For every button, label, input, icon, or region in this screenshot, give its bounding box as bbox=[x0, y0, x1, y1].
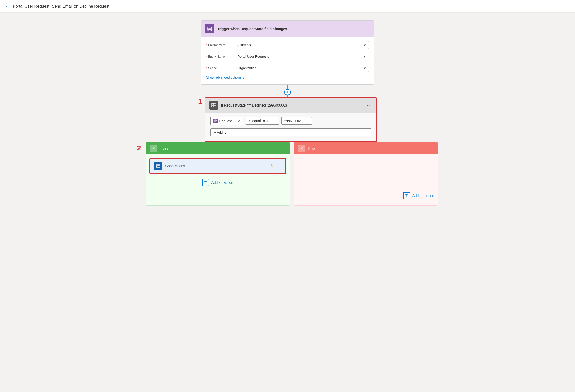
add-action-yes-label: Add an action bbox=[211, 180, 233, 185]
connections-label: Connections bbox=[165, 164, 266, 168]
condition-header-left: If RequestState == Declined (299600002) bbox=[209, 101, 287, 110]
svg-rect-3 bbox=[212, 106, 214, 107]
entity-dropdown[interactable]: Portal User Requests ∨ bbox=[235, 53, 369, 60]
warning-icon: ⚠ bbox=[269, 163, 273, 169]
environment-value: (Current) bbox=[238, 43, 251, 47]
branch-no-x-icon: ✕ bbox=[298, 145, 305, 152]
svg-rect-6 bbox=[156, 164, 160, 167]
condition-value: 299600002 bbox=[281, 117, 312, 125]
svg-rect-4 bbox=[214, 106, 216, 107]
branch-yes-header: ✓ If yes bbox=[146, 142, 290, 154]
branch-yes-label: If yes bbox=[160, 146, 168, 150]
condition-header: If RequestState == Declined (299600002) … bbox=[205, 98, 376, 113]
connector: + bbox=[284, 85, 291, 97]
trigger-block: Trigger when RequestState field changes … bbox=[201, 20, 374, 85]
connections-action[interactable]: Connections ⚠ ··· bbox=[149, 158, 286, 174]
advanced-options-chevron: ∨ bbox=[242, 75, 245, 79]
operator-text: is equal to bbox=[248, 119, 265, 123]
add-action-no-label: Add an action bbox=[412, 194, 434, 198]
step-number-1: 1 bbox=[198, 97, 202, 106]
environment-chevron: ∨ bbox=[364, 43, 366, 47]
add-action-yes-icon bbox=[202, 179, 209, 186]
entity-label: * Entity Name bbox=[206, 55, 232, 58]
page-title: Portal User Request: Send Email on Decli… bbox=[13, 4, 109, 9]
connector-line-bottom bbox=[287, 95, 288, 97]
add-step-button[interactable]: + bbox=[284, 89, 291, 95]
canvas: Trigger when RequestState field changes … bbox=[0, 13, 575, 213]
step-number-2: 2 bbox=[137, 144, 141, 152]
connector-line-top bbox=[287, 85, 288, 89]
condition-body: Request ... ✕ is equal to ∨ 299600002 + … bbox=[205, 113, 376, 141]
add-chevron: ∨ bbox=[224, 130, 227, 134]
scope-dropdown[interactable]: Organization ∨ bbox=[235, 64, 369, 72]
top-bar: ← Portal User Request: Send Email on Dec… bbox=[0, 0, 575, 13]
trigger-more-button[interactable]: ··· bbox=[365, 26, 370, 32]
branch-yes: ✓ If yes Connections ⚠ ··· bbox=[146, 142, 290, 206]
trigger-icon bbox=[205, 24, 214, 33]
scope-field-row: * Scope Organization ∨ bbox=[206, 64, 369, 72]
branch-no-label: If no bbox=[308, 146, 315, 150]
environment-label: * Environment bbox=[206, 43, 232, 47]
branch-no-content: Add an action bbox=[294, 154, 438, 205]
add-action-no-icon bbox=[403, 192, 410, 199]
connections-more-button[interactable]: ··· bbox=[277, 163, 282, 169]
environment-field-row: * Environment (Current) ∨ bbox=[206, 41, 369, 49]
svg-rect-1 bbox=[212, 103, 214, 105]
scope-label: * Scope bbox=[206, 66, 232, 70]
condition-title: If RequestState == Declined (299600002) bbox=[221, 103, 287, 107]
condition-row: Request ... ✕ is equal to ∨ 299600002 bbox=[210, 117, 371, 125]
operator-chevron: ∨ bbox=[267, 120, 269, 122]
entity-chevron: ∨ bbox=[364, 55, 366, 58]
advanced-options-link[interactable]: Show advanced options ∨ bbox=[206, 75, 369, 79]
connections-action-icon bbox=[154, 162, 162, 170]
condition-token: Request ... ✕ bbox=[210, 117, 243, 125]
svg-point-0 bbox=[208, 27, 212, 28]
condition-add-button[interactable]: + Add ∨ bbox=[210, 128, 371, 136]
add-action-no-button[interactable]: Add an action bbox=[403, 192, 434, 199]
environment-dropdown[interactable]: (Current) ∨ bbox=[235, 41, 369, 49]
trigger-body: * Environment (Current) ∨ * Entity Name … bbox=[201, 37, 374, 84]
svg-rect-8 bbox=[204, 181, 207, 184]
token-icon bbox=[213, 119, 218, 123]
scope-chevron: ∨ bbox=[364, 66, 366, 70]
back-button[interactable]: ← bbox=[5, 4, 10, 9]
svg-point-5 bbox=[214, 120, 217, 121]
svg-rect-7 bbox=[156, 166, 157, 167]
condition-icon bbox=[209, 101, 218, 110]
svg-rect-2 bbox=[214, 103, 216, 105]
trigger-header-left: Trigger when RequestState field changes bbox=[205, 24, 287, 33]
token-close-button[interactable]: ✕ bbox=[238, 119, 240, 123]
token-text: Request ... bbox=[219, 119, 235, 123]
svg-rect-9 bbox=[405, 195, 408, 197]
condition-operator-select[interactable]: is equal to ∨ bbox=[246, 117, 279, 125]
condition-block: If RequestState == Declined (299600002) … bbox=[205, 97, 377, 142]
trigger-header: Trigger when RequestState field changes … bbox=[201, 21, 374, 37]
branch-yes-check-icon: ✓ bbox=[150, 145, 157, 152]
add-action-yes-button[interactable]: Add an action bbox=[149, 179, 286, 186]
trigger-title: Trigger when RequestState field changes bbox=[217, 27, 287, 31]
condition-more-button[interactable]: ··· bbox=[367, 103, 372, 108]
branch-no-header: ✕ If no bbox=[294, 142, 438, 154]
branch-no: ✕ If no Add an action bbox=[294, 142, 438, 206]
branch-yes-content: Connections ⚠ ··· Add an action bbox=[146, 154, 290, 205]
entity-field-row: * Entity Name Portal User Requests ∨ bbox=[206, 53, 369, 60]
advanced-options-label: Show advanced options bbox=[206, 75, 241, 79]
scope-value: Organization bbox=[238, 66, 256, 70]
entity-value: Portal User Requests bbox=[238, 55, 269, 58]
add-label: + Add bbox=[214, 130, 223, 134]
